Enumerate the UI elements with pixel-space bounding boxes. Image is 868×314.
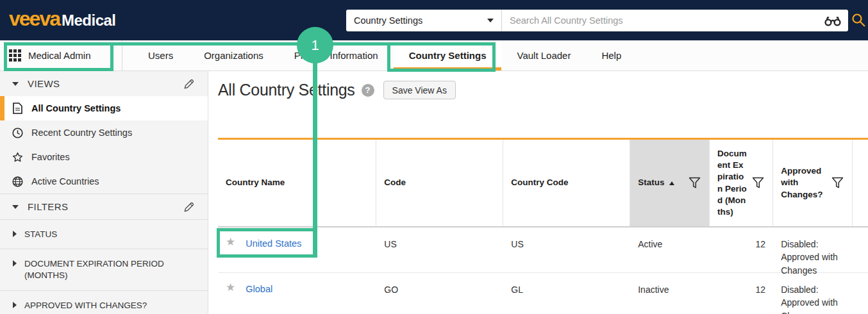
sidebar-item-label: All Country Settings bbox=[31, 103, 121, 113]
sort-ascending-icon bbox=[669, 181, 674, 185]
column-header-country-code[interactable]: Country Code bbox=[503, 140, 630, 226]
search-icon[interactable] bbox=[851, 13, 866, 30]
nav-tabs: Users Organizations Product Information … bbox=[133, 40, 637, 70]
star-icon bbox=[12, 152, 23, 163]
country-link[interactable]: United States bbox=[246, 236, 301, 251]
primary-nav-bar: Medical Admin Users Organizations Produc… bbox=[0, 40, 868, 71]
logo-brand-text: veeva bbox=[9, 8, 60, 29]
document-expiration-cell: 12 bbox=[710, 227, 773, 272]
document-expiration-cell: 12 bbox=[710, 273, 773, 314]
views-header-label: VIEWS bbox=[28, 78, 60, 89]
spacer-cell bbox=[853, 273, 868, 314]
app-grid-icon bbox=[9, 49, 21, 62]
filter-funnel-icon[interactable] bbox=[688, 176, 701, 190]
country-name-cell: ★ United States bbox=[218, 227, 376, 272]
left-sidebar: VIEWS All Country Settings Recent Countr… bbox=[0, 71, 208, 314]
page-title-row: All Country Settings ? Save View As bbox=[218, 81, 456, 99]
column-header-spacer bbox=[853, 140, 868, 226]
collapse-filters-icon[interactable] bbox=[12, 205, 19, 209]
sidebar-item-active-countries[interactable]: Active Countries bbox=[0, 169, 208, 194]
veeva-medical-logo[interactable]: veeva Medical bbox=[9, 8, 116, 29]
top-bar: veeva Medical Country Settings bbox=[0, 0, 868, 40]
favorite-star-icon[interactable]: ★ bbox=[226, 236, 235, 249]
expand-icon bbox=[13, 231, 17, 237]
clock-icon bbox=[12, 128, 23, 138]
views-section-header: VIEWS bbox=[0, 71, 208, 96]
column-header-document-expiration-period[interactable]: Document Expiration Period (Months) bbox=[710, 140, 773, 226]
tab-vault-loader[interactable]: Vault Loader bbox=[501, 40, 586, 70]
column-header-approved-with-changes[interactable]: Approved with Changes? bbox=[773, 140, 853, 226]
approved-with-changes-cell: Disabled: Approved with Changes bbox=[773, 273, 853, 314]
filter-label: APPROVED WITH CHANGES? bbox=[24, 300, 147, 311]
app-chooser-medical-admin[interactable]: Medical Admin bbox=[0, 40, 122, 70]
filters-section: FILTERS STATUS DOCUMENT EXPIRATION PERIO… bbox=[0, 194, 208, 314]
filter-document-expiration-period[interactable]: DOCUMENT EXPIRATION PERIOD (MONTHS) bbox=[0, 249, 208, 290]
main-content: All Country Settings ? Save View As Coun… bbox=[209, 71, 868, 314]
logo-product-text: Medical bbox=[62, 12, 116, 29]
table-header-row: Country Name Code Country Code Status Do… bbox=[218, 140, 868, 227]
country-settings-table: Country Name Code Country Code Status Do… bbox=[218, 138, 868, 314]
filters-section-header: FILTERS bbox=[0, 194, 208, 219]
column-header-status[interactable]: Status bbox=[630, 140, 710, 226]
search-input[interactable] bbox=[510, 15, 824, 26]
globe-icon bbox=[12, 176, 23, 187]
search-input-zone bbox=[502, 10, 848, 31]
tab-users[interactable]: Users bbox=[133, 40, 188, 70]
column-label: Country Name bbox=[226, 177, 285, 188]
table-row-united-states: ★ United States US US Active 12 Disabled… bbox=[218, 227, 868, 273]
help-icon[interactable]: ? bbox=[362, 84, 374, 97]
binoculars-advanced-search-icon[interactable] bbox=[824, 15, 842, 26]
country-link[interactable]: Global bbox=[246, 281, 272, 296]
app-name-label: Medical Admin bbox=[28, 50, 91, 61]
code-cell: GO bbox=[376, 273, 503, 314]
page-title: All Country Settings bbox=[218, 81, 355, 99]
column-header-country-name[interactable]: Country Name bbox=[218, 140, 376, 226]
document-icon bbox=[12, 103, 23, 114]
spacer-cell bbox=[853, 227, 868, 272]
edit-views-pencil-icon[interactable] bbox=[183, 78, 195, 90]
filter-status[interactable]: STATUS bbox=[0, 219, 208, 249]
filter-label: DOCUMENT EXPIRATION PERIOD (MONTHS) bbox=[24, 258, 169, 281]
sidebar-item-label: Recent Country Settings bbox=[31, 128, 132, 138]
status-cell: Active bbox=[630, 227, 710, 272]
tab-help[interactable]: Help bbox=[586, 40, 637, 70]
search-scope-dropdown[interactable]: Country Settings bbox=[346, 10, 502, 31]
sidebar-item-label: Favorites bbox=[31, 152, 70, 162]
filter-funnel-icon[interactable] bbox=[751, 176, 765, 190]
column-label: Document Expiration Period (Months) bbox=[717, 148, 748, 218]
filter-label: STATUS bbox=[24, 229, 57, 240]
global-search-bar: Country Settings bbox=[346, 10, 848, 31]
tab-country-settings[interactable]: Country Settings bbox=[394, 40, 502, 70]
tab-product-information[interactable]: Product Information bbox=[279, 40, 394, 70]
tab-organizations[interactable]: Organizations bbox=[188, 40, 279, 70]
column-label: Country Code bbox=[511, 177, 568, 188]
approved-with-changes-cell: Disabled: Approved with Changes bbox=[773, 227, 853, 272]
table-row-global: ★ Global GO GL Inactive 12 Disabled: App… bbox=[218, 273, 868, 314]
sidebar-item-recent-country-settings[interactable]: Recent Country Settings bbox=[0, 120, 208, 145]
code-cell: US bbox=[376, 227, 503, 272]
favorite-star-icon[interactable]: ★ bbox=[226, 281, 235, 294]
filter-funnel-icon[interactable] bbox=[831, 176, 844, 190]
country-code-cell: GL bbox=[503, 273, 630, 314]
filters-header-label: FILTERS bbox=[28, 201, 68, 212]
column-label: Approved with Changes? bbox=[781, 165, 831, 201]
search-scope-value: Country Settings bbox=[354, 15, 422, 26]
sidebar-item-label: Active Countries bbox=[31, 176, 99, 186]
column-header-code[interactable]: Code bbox=[376, 140, 503, 226]
save-view-as-button[interactable]: Save View As bbox=[383, 81, 456, 99]
status-cell: Inactive bbox=[630, 273, 710, 314]
collapse-views-icon[interactable] bbox=[12, 82, 19, 86]
country-name-cell: ★ Global bbox=[218, 273, 376, 314]
column-label: Status bbox=[638, 177, 664, 188]
chevron-down-icon bbox=[487, 19, 494, 22]
sidebar-item-favorites[interactable]: Favorites bbox=[0, 145, 208, 169]
filter-approved-with-changes[interactable]: APPROVED WITH CHANGES? bbox=[0, 290, 208, 314]
country-code-cell: US bbox=[503, 227, 630, 272]
column-label: Code bbox=[384, 177, 406, 188]
expand-icon bbox=[13, 302, 17, 308]
sidebar-item-all-country-settings[interactable]: All Country Settings bbox=[0, 96, 208, 120]
edit-filters-pencil-icon[interactable] bbox=[183, 201, 195, 213]
expand-icon bbox=[13, 260, 17, 267]
